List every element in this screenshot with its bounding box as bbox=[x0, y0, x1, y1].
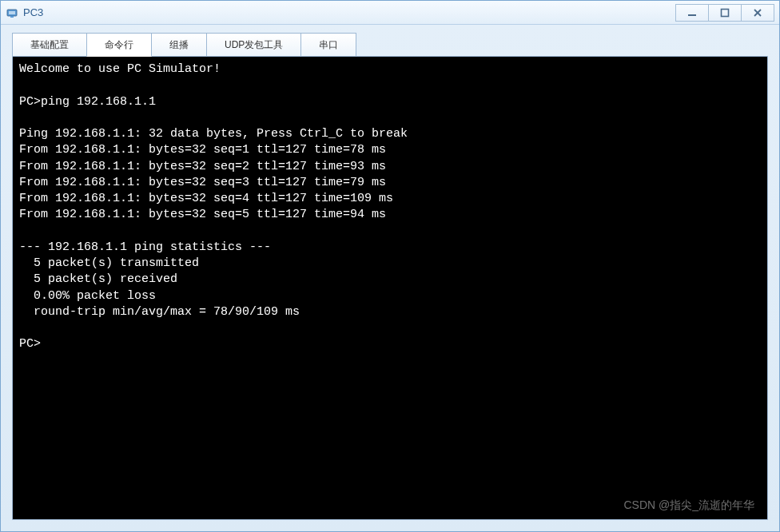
terminal-line: 0.00% packet loss bbox=[19, 289, 156, 303]
svg-rect-2 bbox=[10, 16, 14, 18]
terminal-line: round-trip min/avg/max = 78/90/109 ms bbox=[19, 305, 300, 319]
svg-rect-1 bbox=[9, 11, 15, 14]
terminal-line: Welcome to use PC Simulator! bbox=[19, 62, 221, 76]
tab-bar: 基础配置 命令行 组播 UDP发包工具 串口 bbox=[12, 33, 768, 57]
terminal-line: From 192.168.1.1: bytes=32 seq=4 ttl=127… bbox=[19, 192, 393, 205]
minimize-icon bbox=[687, 8, 697, 18]
terminal-line: From 192.168.1.1: bytes=32 seq=5 ttl=127… bbox=[19, 208, 386, 221]
window-title: PC3 bbox=[23, 6, 676, 18]
titlebar: PC3 bbox=[1, 1, 779, 25]
window-controls bbox=[676, 4, 774, 22]
terminal-line: PC>ping 192.168.1.1 bbox=[19, 95, 156, 109]
terminal-line: Ping 192.168.1.1: 32 data bytes, Press C… bbox=[19, 127, 408, 141]
terminal-line: From 192.168.1.1: bytes=32 seq=3 ttl=127… bbox=[19, 176, 386, 189]
terminal-line: --- 192.168.1.1 ping statistics --- bbox=[19, 240, 271, 254]
minimize-button[interactable] bbox=[675, 4, 709, 22]
tab-udp-tool[interactable]: UDP发包工具 bbox=[206, 33, 301, 57]
terminal-prompt: PC> bbox=[19, 337, 41, 351]
close-icon bbox=[753, 8, 762, 18]
terminal-line: From 192.168.1.1: bytes=32 seq=2 ttl=127… bbox=[19, 160, 386, 173]
app-icon bbox=[6, 6, 18, 19]
app-window: PC3 基础配置 命令行 组播 bbox=[0, 0, 780, 532]
watermark: CSDN @指尖_流逝的年华 bbox=[623, 498, 754, 513]
svg-rect-3 bbox=[688, 14, 696, 16]
terminal-line: 5 packet(s) transmitted bbox=[19, 256, 199, 270]
terminal-output[interactable]: Welcome to use PC Simulator! PC>ping 192… bbox=[12, 56, 768, 520]
tab-multicast[interactable]: 组播 bbox=[151, 33, 207, 57]
svg-rect-4 bbox=[722, 9, 729, 16]
tab-command-line[interactable]: 命令行 bbox=[86, 33, 152, 57]
content-area: 基础配置 命令行 组播 UDP发包工具 串口 Welcome to use PC… bbox=[1, 25, 779, 531]
terminal-line: 5 packet(s) received bbox=[19, 272, 177, 286]
tab-serial[interactable]: 串口 bbox=[300, 33, 356, 57]
close-button[interactable] bbox=[741, 4, 774, 22]
terminal-line: From 192.168.1.1: bytes=32 seq=1 ttl=127… bbox=[19, 143, 386, 157]
maximize-icon bbox=[720, 8, 730, 18]
tab-basic-config[interactable]: 基础配置 bbox=[12, 33, 87, 57]
maximize-button[interactable] bbox=[708, 4, 742, 22]
